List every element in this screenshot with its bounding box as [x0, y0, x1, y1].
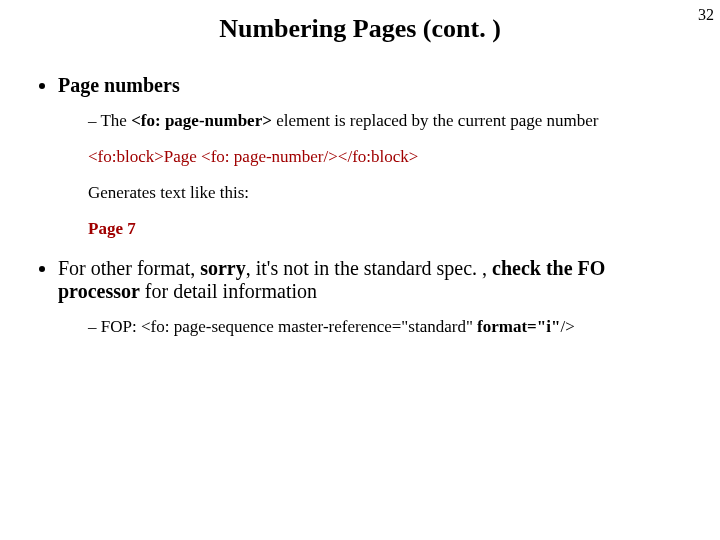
sub-bullet-fop: FOP: <fo: page-sequence master-reference… — [88, 317, 688, 337]
bullet-page-numbers: Page numbers The <fo: page-number> eleme… — [58, 74, 688, 239]
text: /> — [560, 317, 574, 336]
fo-tag: <fo: page-number> — [131, 111, 272, 130]
sub-bullet-element: The <fo: page-number> element is replace… — [88, 111, 688, 131]
slide: 32 Numbering Pages (cont. ) Page numbers… — [0, 0, 720, 540]
code-text: <fo:block>Page <fo: page-number/></fo:bl… — [88, 147, 418, 166]
text: FOP: <fo: page-sequence master-reference… — [101, 317, 477, 336]
text: , it's not in the standard spec. , — [246, 257, 492, 279]
text: For other format, — [58, 257, 200, 279]
format-attr: format="i" — [477, 317, 560, 336]
bullet-other-format: For other format, sorry, it's not in the… — [58, 257, 688, 337]
slide-body: Page numbers The <fo: page-number> eleme… — [0, 44, 720, 337]
generated-output: Page 7 — [88, 219, 688, 239]
slide-title: Numbering Pages (cont. ) — [0, 0, 720, 44]
text: element is replaced by the current page … — [272, 111, 599, 130]
text-sorry: sorry — [200, 257, 246, 279]
bullet-label: Page numbers — [58, 74, 180, 96]
text: for detail information — [140, 280, 317, 302]
code-line: <fo:block>Page <fo: page-number/></fo:bl… — [88, 147, 688, 167]
page-number: 32 — [698, 6, 714, 24]
text: The — [100, 111, 131, 130]
generates-label: Generates text like this: — [88, 183, 688, 203]
output-text: Page 7 — [88, 219, 136, 238]
